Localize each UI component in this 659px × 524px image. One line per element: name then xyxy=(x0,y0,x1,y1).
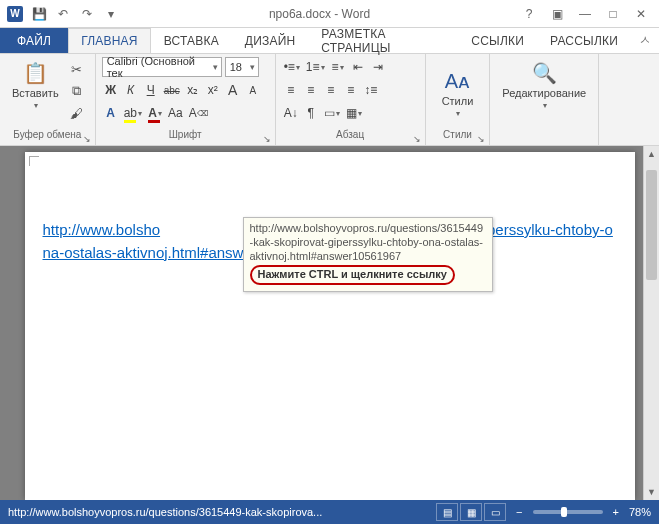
ribbon-tabs: ФАЙЛ ГЛАВНАЯ ВСТАВКА ДИЗАЙН РАЗМЕТКА СТР… xyxy=(0,28,659,54)
minimize-icon[interactable]: — xyxy=(573,4,597,24)
status-bar: http://www.bolshoyvopros.ru/questions/36… xyxy=(0,500,659,524)
underline-button[interactable]: Ч xyxy=(142,80,160,100)
editing-button[interactable]: 🔍 Редактирование ▾ xyxy=(496,57,592,114)
group-label-clipboard: Буфер обмена↘ xyxy=(6,129,89,145)
copy-icon[interactable]: ⧉ xyxy=(67,81,87,101)
numbering-button[interactable]: 1≡▾ xyxy=(304,57,327,77)
chevron-down-icon: ▾ xyxy=(456,109,460,118)
grow-font-button[interactable]: A xyxy=(224,80,242,100)
print-layout-view-icon[interactable]: ▤ xyxy=(436,503,458,521)
scroll-up-icon[interactable]: ▲ xyxy=(644,146,659,162)
launcher-icon[interactable]: ↘ xyxy=(477,134,485,144)
tooltip-action-text: Нажмите CTRL и щелкните ссылку xyxy=(250,265,455,285)
superscript-button[interactable]: x² xyxy=(204,80,222,100)
maximize-icon[interactable]: □ xyxy=(601,4,625,24)
title-bar: W 💾 ↶ ↷ ▾ npo6a.docx - Word ? ▣ — □ ✕ xyxy=(0,0,659,28)
redo-icon[interactable]: ↷ xyxy=(76,3,98,25)
zoom-in-button[interactable]: + xyxy=(613,506,619,518)
group-label-styles: Стили↘ xyxy=(432,129,484,145)
strike-button[interactable]: abc xyxy=(162,80,182,100)
zoom-out-button[interactable]: − xyxy=(516,506,522,518)
undo-icon[interactable]: ↶ xyxy=(52,3,74,25)
tab-page-layout[interactable]: РАЗМЕТКА СТРАНИЦЫ xyxy=(308,28,458,53)
page-corner-mark xyxy=(29,156,39,166)
window-controls: ? ▣ — □ ✕ xyxy=(517,4,659,24)
read-mode-view-icon[interactable]: ▦ xyxy=(460,503,482,521)
styles-button[interactable]: Aᴀ Стили ▾ xyxy=(436,65,480,122)
group-label-editing xyxy=(496,129,592,145)
find-icon: 🔍 xyxy=(532,61,557,85)
tab-design[interactable]: ДИЗАЙН xyxy=(232,28,309,53)
quick-access-toolbar: W 💾 ↶ ↷ ▾ xyxy=(0,3,122,25)
scroll-thumb[interactable] xyxy=(646,170,657,280)
chevron-down-icon: ▾ xyxy=(543,101,547,110)
close-icon[interactable]: ✕ xyxy=(629,4,653,24)
cut-icon[interactable]: ✂ xyxy=(67,59,87,79)
borders-button[interactable]: ▦▾ xyxy=(344,103,364,123)
justify-button[interactable]: ≡ xyxy=(342,80,360,100)
web-layout-view-icon[interactable]: ▭ xyxy=(484,503,506,521)
word-app-icon[interactable]: W xyxy=(4,3,26,25)
sort-button[interactable]: A↓ xyxy=(282,103,300,123)
group-clipboard: 📋 Вставить ▾ ✂ ⧉ 🖌 Буфер обмена↘ xyxy=(0,54,96,145)
clear-formatting-button[interactable]: A⌫ xyxy=(187,103,210,123)
italic-button[interactable]: К xyxy=(122,80,140,100)
collapse-ribbon-icon[interactable]: ㅅ xyxy=(631,28,659,53)
font-name-combo[interactable]: Calibri (Основной тек xyxy=(102,57,222,77)
document-area: http://www.bolsho_______________________… xyxy=(0,146,659,500)
help-icon[interactable]: ? xyxy=(517,4,541,24)
group-font: Calibri (Основной тек 18 Ж К Ч abc x₂ x²… xyxy=(96,54,276,145)
change-case-button[interactable]: Aa xyxy=(166,103,185,123)
shading-button[interactable]: ▭▾ xyxy=(322,103,342,123)
tab-references[interactable]: ССЫЛКИ xyxy=(458,28,537,53)
zoom-knob[interactable] xyxy=(561,507,567,517)
tab-mailings[interactable]: РАССЫЛКИ xyxy=(537,28,631,53)
styles-icon: Aᴀ xyxy=(445,69,470,93)
save-icon[interactable]: 💾 xyxy=(28,3,50,25)
increase-indent-button[interactable]: ⇥ xyxy=(369,57,387,77)
status-hyperlink-path: http://www.bolshoyvopros.ru/questions/36… xyxy=(8,506,426,518)
show-hide-button[interactable]: ¶ xyxy=(302,103,320,123)
group-label-paragraph: Абзац↘ xyxy=(282,129,419,145)
zoom-level[interactable]: 78% xyxy=(629,506,651,518)
tooltip-url: http://www.bolshoyvopros.ru/questions/36… xyxy=(250,222,486,263)
group-label-font: Шрифт↘ xyxy=(102,129,269,145)
clipboard-icon: 📋 xyxy=(23,61,48,85)
align-left-button[interactable]: ≡ xyxy=(282,80,300,100)
view-buttons: ▤ ▦ ▭ xyxy=(436,503,506,521)
window-title: npo6a.docx - Word xyxy=(122,7,517,21)
ribbon-options-icon[interactable]: ▣ xyxy=(545,4,569,24)
launcher-icon[interactable]: ↘ xyxy=(413,134,421,144)
qat-customize-icon[interactable]: ▾ xyxy=(100,3,122,25)
tab-file[interactable]: ФАЙЛ xyxy=(0,28,68,53)
group-styles: Aᴀ Стили ▾ Стили↘ xyxy=(426,54,491,145)
format-painter-icon[interactable]: 🖌 xyxy=(67,103,87,123)
vertical-scrollbar[interactable]: ▲ ▼ xyxy=(643,146,659,500)
shrink-font-button[interactable]: A xyxy=(244,80,262,100)
align-right-button[interactable]: ≡ xyxy=(322,80,340,100)
font-color-button[interactable]: A▾ xyxy=(146,103,164,123)
align-center-button[interactable]: ≡ xyxy=(302,80,320,100)
ribbon: 📋 Вставить ▾ ✂ ⧉ 🖌 Буфер обмена↘ Calibri… xyxy=(0,54,659,146)
line-spacing-button[interactable]: ↕≡ xyxy=(362,80,380,100)
highlight-button[interactable]: ab▾ xyxy=(122,103,144,123)
group-editing: 🔍 Редактирование ▾ xyxy=(490,54,599,145)
paste-button[interactable]: 📋 Вставить ▾ xyxy=(6,57,65,114)
multilevel-button[interactable]: ≡▾ xyxy=(329,57,347,77)
text-effects-button[interactable]: A xyxy=(102,103,120,123)
bullets-button[interactable]: •≡▾ xyxy=(282,57,302,77)
group-paragraph: •≡▾ 1≡▾ ≡▾ ⇤ ⇥ ≡ ≡ ≡ ≡ ↕≡ A↓ ¶ ▭▾ ▦▾ Абз… xyxy=(276,54,426,145)
document-page[interactable]: http://www.bolsho_______________________… xyxy=(25,152,635,500)
hyperlink-tooltip: http://www.bolshoyvopros.ru/questions/36… xyxy=(243,217,493,292)
launcher-icon[interactable]: ↘ xyxy=(83,134,91,144)
tab-home[interactable]: ГЛАВНАЯ xyxy=(68,28,150,53)
zoom-slider[interactable] xyxy=(533,510,603,514)
launcher-icon[interactable]: ↘ xyxy=(263,134,271,144)
decrease-indent-button[interactable]: ⇤ xyxy=(349,57,367,77)
tab-insert[interactable]: ВСТАВКА xyxy=(151,28,232,53)
chevron-down-icon: ▾ xyxy=(34,101,38,110)
scroll-down-icon[interactable]: ▼ xyxy=(644,484,659,500)
font-size-combo[interactable]: 18 xyxy=(225,57,259,77)
subscript-button[interactable]: x₂ xyxy=(184,80,202,100)
bold-button[interactable]: Ж xyxy=(102,80,120,100)
